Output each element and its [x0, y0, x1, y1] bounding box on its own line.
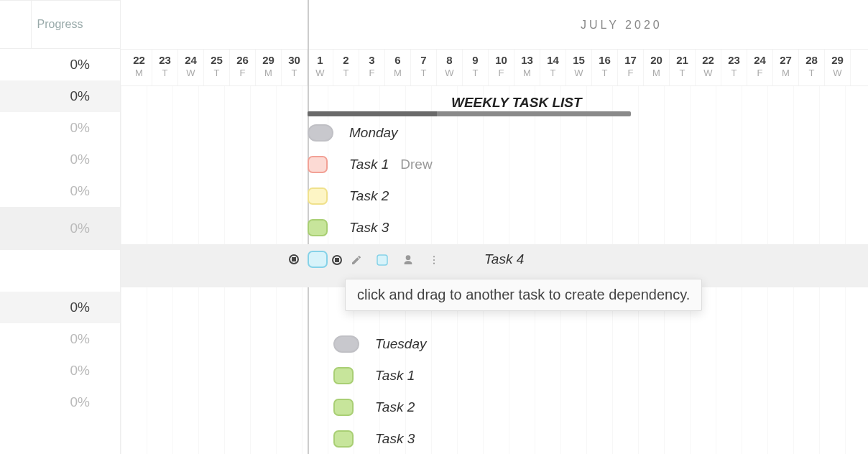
day-number: 13 — [514, 54, 540, 66]
day-weekday: T — [592, 68, 617, 78]
day-column[interactable]: 29W — [825, 50, 851, 85]
task-chip[interactable] — [308, 219, 328, 236]
color-button[interactable] — [371, 249, 394, 272]
day-column[interactable]: 26F — [230, 50, 256, 85]
group-label: Tuesday — [375, 336, 426, 352]
task-chip[interactable] — [308, 251, 328, 268]
task-chip[interactable] — [333, 399, 354, 416]
day-number: 7 — [411, 54, 436, 66]
day-column[interactable]: 8W — [437, 50, 463, 85]
progress-cell: 0% — [0, 80, 120, 112]
day-weekday: T — [411, 68, 436, 78]
timeline-area[interactable]: JULY 2020 22M23T24W25T26F29M30T1W2T3F6M7… — [121, 0, 868, 454]
task-row[interactable]: Task 2 — [121, 392, 868, 424]
day-number: 1 — [308, 54, 333, 66]
day-column[interactable]: 27M — [773, 50, 799, 85]
day-column[interactable]: 15W — [566, 50, 592, 85]
spacer-row — [121, 287, 868, 329]
task-chip[interactable] — [308, 187, 328, 205]
task-row[interactable]: Task 1 — [121, 361, 868, 392]
day-column[interactable]: 23T — [721, 50, 747, 85]
day-weekday: M — [385, 68, 410, 78]
project-title: WEEKLY TASK LIST — [451, 95, 582, 111]
edit-button[interactable] — [345, 249, 368, 272]
day-column[interactable]: 28T — [799, 50, 825, 85]
task-row[interactable]: Task 1Drew — [121, 149, 868, 181]
day-weekday: M — [644, 68, 669, 78]
task-label: Task 3 — [349, 220, 389, 236]
day-number: 29 — [825, 54, 850, 66]
day-number: 8 — [437, 54, 462, 66]
task-row[interactable]: Task 3 — [121, 424, 868, 454]
day-weekday: T — [282, 68, 307, 78]
group-chip[interactable] — [308, 124, 333, 142]
day-column[interactable]: 2T — [333, 50, 359, 85]
day-number: 22 — [126, 54, 152, 66]
month-header: JULY 2020 — [121, 0, 868, 49]
day-number: 20 — [644, 54, 669, 66]
day-number: 28 — [799, 54, 824, 66]
day-column[interactable]: 30T — [282, 50, 308, 85]
day-column[interactable]: 20M — [644, 50, 670, 85]
day-weekday: W — [566, 68, 591, 78]
day-column[interactable]: 17F — [618, 50, 644, 85]
day-number: 29 — [256, 54, 281, 66]
day-weekday: T — [333, 68, 359, 78]
day-number: 23 — [721, 54, 747, 66]
progress-cell: 0% — [0, 207, 120, 250]
group-chip[interactable] — [333, 335, 359, 353]
day-column[interactable]: 22M — [126, 50, 152, 85]
day-weekday: T — [152, 68, 177, 78]
day-column[interactable]: 6M — [385, 50, 411, 85]
day-column[interactable]: 16T — [592, 50, 618, 85]
day-column[interactable]: 7T — [411, 50, 437, 85]
day-weekday: M — [126, 68, 152, 78]
task-row[interactable]: Task 2 — [121, 181, 868, 213]
day-column[interactable]: 14T — [540, 50, 566, 85]
day-column[interactable]: 21T — [670, 50, 696, 85]
day-column[interactable]: 24F — [747, 50, 773, 85]
day-number: 21 — [670, 54, 695, 66]
task-chip[interactable] — [333, 367, 354, 384]
day-column[interactable]: 23T — [152, 50, 178, 85]
more-button[interactable] — [423, 249, 445, 272]
progress-column: Progress 0%0%0%0%0%0%0%0%0%0% — [0, 0, 121, 454]
task-chip[interactable] — [333, 430, 354, 448]
day-weekday: T — [670, 68, 695, 78]
day-number: 27 — [773, 54, 798, 66]
day-column[interactable]: 9T — [463, 50, 489, 85]
day-weekday: T — [799, 68, 824, 78]
day-column[interactable]: 22W — [696, 50, 721, 85]
progress-cell: 0% — [0, 175, 120, 207]
group-row: Tuesday — [121, 329, 868, 361]
progress-cell: 0% — [0, 355, 120, 386]
day-column[interactable]: 24W — [178, 50, 204, 85]
progress-cell: 0% — [0, 323, 120, 355]
day-column[interactable]: 13M — [514, 50, 540, 85]
day-number: 23 — [152, 54, 177, 66]
dependency-handle-left[interactable] — [289, 254, 299, 264]
day-column[interactable]: 10F — [489, 50, 514, 85]
day-weekday: W — [696, 68, 721, 78]
day-column[interactable]: 1W — [308, 50, 333, 85]
task-row[interactable]: Task 4click and drag to another task to … — [121, 244, 868, 287]
day-weekday: W — [308, 68, 333, 78]
day-number: 14 — [540, 54, 565, 66]
day-number: 30 — [282, 54, 307, 66]
task-row[interactable]: Task 3 — [121, 213, 868, 244]
group-label: Monday — [349, 125, 398, 141]
day-weekday: M — [773, 68, 798, 78]
day-number: 9 — [463, 54, 488, 66]
day-weekday: W — [178, 68, 203, 78]
dependency-handle-right[interactable] — [332, 255, 342, 265]
progress-cell: 0% — [0, 386, 120, 418]
day-number: 2 — [333, 54, 359, 66]
progress-cell: 0% — [0, 292, 120, 323]
day-column[interactable]: 29M — [256, 50, 282, 85]
project-progress-bar — [308, 111, 437, 116]
task-chip[interactable] — [308, 156, 328, 173]
day-column[interactable]: 25T — [204, 50, 230, 85]
day-number: 3 — [359, 54, 384, 66]
assign-button[interactable] — [397, 249, 420, 272]
day-column[interactable]: 3F — [359, 50, 385, 85]
